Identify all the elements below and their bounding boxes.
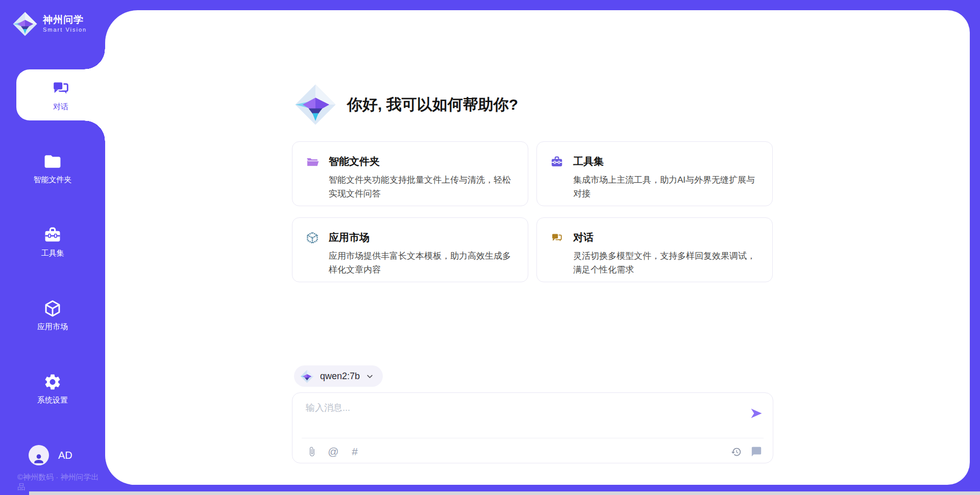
chevron-down-icon xyxy=(366,373,374,380)
sidebar-item-chat[interactable]: 对话 xyxy=(16,69,105,120)
sidebar-item-label: 应用市场 xyxy=(37,322,68,332)
card-app-market[interactable]: 应用市场 应用市场提供丰富长文本模板，助力高效生成多样化文章内容 xyxy=(292,217,528,282)
card-description: 灵活切换多模型文件，支持多样回复效果调试，满足个性化需求 xyxy=(573,249,758,277)
sidebar-item-smart-folders[interactable]: 智能文件夹 xyxy=(0,152,105,185)
card-description: 应用市场提供丰富长文本模板，助力高效生成多样化文章内容 xyxy=(329,249,513,277)
user-initials: AD xyxy=(58,450,72,461)
cube-icon xyxy=(306,231,319,244)
horizontal-scrollbar[interactable] xyxy=(29,491,980,495)
model-logo-icon xyxy=(300,369,314,383)
history-icon xyxy=(731,447,742,457)
composer-toolbar: @ # xyxy=(306,442,763,461)
model-name: qwen2:7b xyxy=(320,371,360,382)
card-description: 集成市场上主流工具，助力AI与外界无缝扩展与对接 xyxy=(573,173,758,201)
tab-curve-top xyxy=(85,49,105,69)
card-title: 对话 xyxy=(573,231,594,244)
card-chat[interactable]: 对话 灵活切换多模型文件，支持多样回复效果调试，满足个性化需求 xyxy=(536,217,773,282)
copyright-text: ©神州数码 · 神州问学出品 xyxy=(17,473,105,492)
history-button[interactable] xyxy=(730,445,742,458)
message-input[interactable] xyxy=(292,393,773,437)
paperclip-icon xyxy=(307,447,317,457)
sidebar: 神州问学 Smart Vision 对话 智能文件夹 工具集 xyxy=(0,0,105,495)
card-description: 智能文件夹功能支持批量文件上传与清洗，轻松实现文件问答 xyxy=(329,173,513,201)
at-icon: @ xyxy=(328,445,338,458)
attach-file-button[interactable] xyxy=(306,445,318,458)
feature-cards: 智能文件夹 智能文件夹功能支持批量文件上传与清洗，轻松实现文件问答 工具集 集成… xyxy=(292,141,773,282)
sidebar-item-label: 智能文件夹 xyxy=(34,175,72,185)
mention-button[interactable]: @ xyxy=(327,445,339,458)
sidebar-item-label: 对话 xyxy=(53,102,68,112)
card-toolkit[interactable]: 工具集 集成市场上主流工具，助力AI与外界无缝扩展与对接 xyxy=(536,141,773,206)
main-panel: 你好, 我可以如何帮助你? 智能文件夹 智能文件夹功能支持批量文件上传与清洗，轻… xyxy=(105,10,970,485)
avatar xyxy=(29,445,49,465)
sidebar-item-label: 工具集 xyxy=(41,249,64,258)
send-icon xyxy=(749,406,764,420)
card-title: 工具集 xyxy=(573,155,604,168)
card-title: 应用市场 xyxy=(329,231,370,244)
chat-icon xyxy=(550,231,564,244)
tab-curve-bottom xyxy=(85,120,105,141)
hash-icon: # xyxy=(352,445,358,458)
sidebar-item-settings[interactable]: 系统设置 xyxy=(0,373,105,405)
brand-logo-icon xyxy=(12,11,38,37)
folder-open-icon xyxy=(306,155,319,168)
message-composer: @ # xyxy=(292,392,773,463)
toolbox-icon xyxy=(550,155,564,168)
topic-button[interactable]: # xyxy=(349,445,361,458)
greeting-block: 你好, 我可以如何帮助你? xyxy=(294,83,518,126)
composer-divider xyxy=(302,438,764,438)
assistant-logo-icon xyxy=(294,83,337,126)
chat-icon xyxy=(51,78,71,98)
chat-bubble-icon xyxy=(751,446,762,457)
brand: 神州问学 Smart Vision xyxy=(12,11,87,37)
folder-icon xyxy=(43,152,62,171)
model-selector[interactable]: qwen2:7b xyxy=(294,365,383,387)
card-title: 智能文件夹 xyxy=(329,155,380,168)
send-button[interactable] xyxy=(749,406,764,420)
gear-icon xyxy=(43,373,62,391)
sidebar-item-label: 系统设置 xyxy=(37,395,68,405)
brand-name: 神州问学 xyxy=(43,14,87,26)
toolbox-icon xyxy=(43,226,62,244)
card-smart-folders[interactable]: 智能文件夹 智能文件夹功能支持批量文件上传与清洗，轻松实现文件问答 xyxy=(292,141,528,206)
person-icon xyxy=(32,452,45,465)
cube-icon xyxy=(42,299,63,318)
user-profile[interactable]: AD xyxy=(29,445,72,465)
brand-subtitle: Smart Vision xyxy=(43,26,87,33)
sidebar-item-toolkit[interactable]: 工具集 xyxy=(0,226,105,258)
new-chat-button[interactable] xyxy=(750,445,763,458)
sidebar-item-app-market[interactable]: 应用市场 xyxy=(0,299,105,332)
greeting-title: 你好, 我可以如何帮助你? xyxy=(347,94,518,115)
